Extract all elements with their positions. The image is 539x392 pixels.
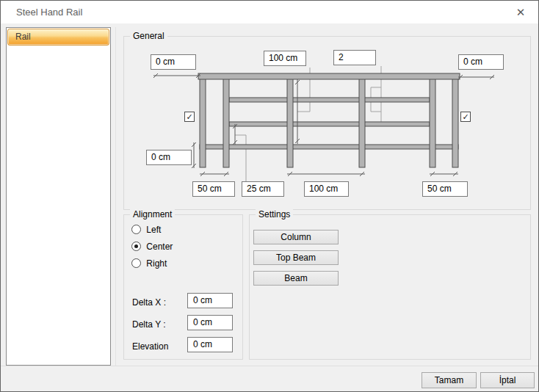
alignment-groupbox: Alignment Left Center Right Delta X : 0 … — [123, 214, 243, 360]
mid-span-input[interactable]: 100 cm — [304, 181, 349, 197]
radio-left-label: Left — [146, 225, 161, 235]
elevation-input[interactable]: 0 cm — [187, 337, 233, 352]
window-title: Steel Hand Rail — [16, 7, 82, 18]
delta-y-input[interactable]: 0 cm — [187, 315, 233, 330]
sidebar-item-rail[interactable]: Rail — [7, 29, 109, 46]
category-list: Rail — [6, 27, 111, 366]
elevation-label: Elevation — [132, 341, 168, 352]
ok-button[interactable]: Tamam — [422, 372, 477, 388]
footer-divider — [1, 366, 539, 366]
radio-center[interactable]: Center — [131, 241, 173, 251]
beam-button[interactable]: Beam — [253, 271, 339, 286]
radio-right-label: Right — [146, 258, 167, 269]
radio-left[interactable]: Left — [131, 224, 161, 234]
steel-hand-rail-dialog: Steel Hand Rail ✕ Rail General — [0, 0, 539, 392]
column-button[interactable]: Column — [253, 230, 339, 244]
column-extension-input[interactable]: 0 cm — [146, 150, 192, 165]
close-icon[interactable]: ✕ — [510, 4, 532, 21]
left-offset-input[interactable]: 0 cm — [151, 54, 196, 70]
delta-y-label: Delta Y : — [132, 319, 166, 330]
right-end-checkbox[interactable]: ✓ — [460, 112, 471, 122]
radio-circle-left[interactable] — [131, 225, 141, 234]
settings-group-label: Settings — [256, 209, 293, 219]
panel-divider — [115, 27, 116, 366]
cancel-button[interactable]: İptal — [480, 372, 535, 388]
right-offset-input[interactable]: 0 cm — [458, 54, 504, 70]
left-span-input[interactable]: 50 cm — [192, 181, 235, 197]
right-span-input[interactable]: 50 cm — [422, 181, 468, 197]
rail-height-input[interactable]: 100 cm — [264, 51, 306, 66]
radio-center-label: Center — [146, 242, 173, 252]
settings-groupbox: Settings Column Top Beam Beam — [249, 214, 531, 360]
radio-circle-right[interactable] — [131, 258, 141, 268]
beam-spacing-input[interactable]: 25 cm — [242, 181, 284, 197]
left-end-checkbox[interactable]: ✓ — [184, 112, 195, 122]
radio-right[interactable]: Right — [131, 258, 167, 268]
delta-x-label: Delta X : — [132, 297, 166, 308]
top-beam-button[interactable]: Top Beam — [253, 250, 339, 265]
general-groupbox: General — [123, 36, 531, 210]
alignment-group-label: Alignment — [130, 209, 175, 219]
beam-count-input[interactable]: 2 — [333, 50, 376, 65]
radio-circle-center[interactable] — [131, 242, 141, 251]
radio-selected-dot — [134, 244, 138, 248]
delta-x-input[interactable]: 0 cm — [187, 293, 233, 308]
title-bar: Steel Hand Rail ✕ — [1, 1, 538, 23]
